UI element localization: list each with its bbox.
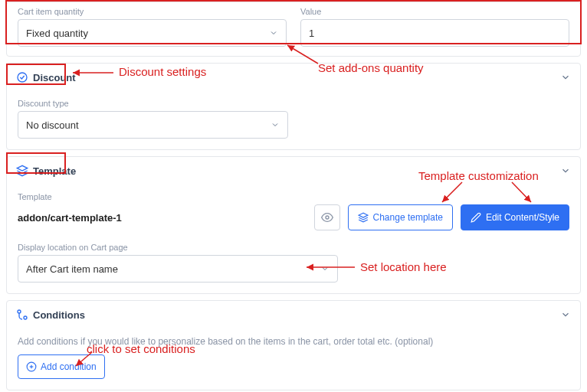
conditions-help: Add conditions if you would like to pers… bbox=[18, 336, 569, 347]
change-template-label: Change template bbox=[373, 212, 443, 223]
conditions-header[interactable]: Conditions bbox=[7, 301, 580, 328]
change-template-button[interactable]: Change template bbox=[348, 204, 453, 230]
eye-icon bbox=[321, 211, 333, 224]
chevron-down-icon bbox=[320, 264, 330, 273]
chevron-down-icon bbox=[269, 28, 278, 38]
discount-icon bbox=[16, 71, 28, 83]
conditions-title: Conditions bbox=[33, 309, 85, 321]
svg-marker-3 bbox=[359, 213, 368, 217]
chevron-down-icon bbox=[560, 72, 571, 83]
discount-type-label: Discount type bbox=[18, 99, 569, 108]
layers-icon bbox=[16, 165, 28, 177]
template-name: addon/cart-template-1 bbox=[18, 212, 307, 224]
discount-type-select[interactable]: No discount bbox=[18, 111, 288, 139]
template-title: Template bbox=[33, 165, 76, 177]
chevron-down-icon bbox=[271, 120, 280, 129]
location-label: Display location on Cart page bbox=[18, 243, 569, 252]
location-value: After Cart item name bbox=[26, 263, 118, 275]
template-header[interactable]: Template bbox=[7, 157, 580, 185]
svg-marker-1 bbox=[17, 165, 27, 171]
chevron-down-icon bbox=[560, 165, 571, 176]
cart-qty-value: Fixed quantity bbox=[26, 28, 88, 39]
layers-icon bbox=[358, 212, 369, 223]
svg-point-4 bbox=[18, 310, 21, 313]
location-select[interactable]: After Cart item name bbox=[18, 255, 338, 283]
preview-button[interactable] bbox=[314, 204, 340, 230]
plus-icon bbox=[26, 361, 37, 372]
edit-content-label: Edit Content/Style bbox=[486, 212, 559, 223]
value-input-text: 1 bbox=[309, 28, 314, 39]
add-condition-button[interactable]: Add condition bbox=[18, 354, 105, 379]
cart-qty-label: Cart item quantity bbox=[18, 7, 287, 16]
edit-icon bbox=[471, 212, 481, 223]
svg-point-2 bbox=[326, 216, 329, 219]
template-label: Template bbox=[18, 192, 569, 201]
value-input[interactable]: 1 bbox=[300, 19, 569, 47]
discount-title: Discount bbox=[33, 72, 76, 83]
cart-qty-select[interactable]: Fixed quantity bbox=[18, 19, 287, 47]
discount-header[interactable]: Discount bbox=[7, 64, 580, 91]
svg-point-5 bbox=[24, 316, 27, 319]
value-label: Value bbox=[300, 7, 569, 16]
add-condition-label: Add condition bbox=[41, 361, 97, 372]
svg-point-0 bbox=[18, 73, 27, 82]
chevron-down-icon bbox=[560, 309, 571, 320]
edit-content-button[interactable]: Edit Content/Style bbox=[461, 204, 569, 230]
conditions-icon bbox=[16, 309, 28, 321]
discount-type-value: No discount bbox=[26, 119, 79, 131]
